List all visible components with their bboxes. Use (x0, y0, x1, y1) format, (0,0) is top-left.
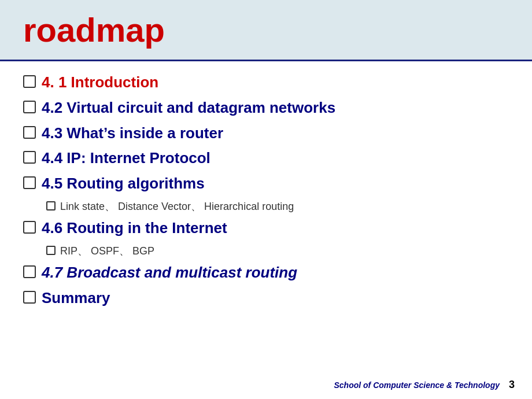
sub-checkbox-icon-5-1 (46, 201, 56, 210)
menu-item-5-text: 4.5 Routing algorithms (42, 174, 205, 194)
checkbox-icon-3 (23, 126, 36, 139)
menu-item-3-text: 4.3 What’s inside a router (42, 124, 223, 143)
header: roadmap (0, 0, 532, 61)
menu-item-4-text: 4.4 IP: Internet Protocol (42, 149, 210, 168)
menu-item-8-text: Summary (42, 289, 110, 308)
checkbox-icon-1 (23, 75, 36, 88)
checkbox-icon-8 (23, 291, 36, 304)
menu-item-1-text: 4. 1 Introduction (42, 73, 158, 93)
checkbox-icon-5 (23, 176, 36, 189)
sub-item-6-1: RIP、 OSPF、 BGP (46, 244, 509, 258)
sub-item-5-1: Link state、 Distance Vector、 Hierarchica… (46, 200, 509, 214)
menu-item-7-text: 4.7 Broadcast and multicast routing (42, 263, 297, 283)
checkbox-icon-6 (23, 221, 36, 234)
checkbox-icon-4 (23, 151, 36, 164)
menu-item-4: 4.4 IP: Internet Protocol (23, 149, 509, 168)
sub-item-6-1-text: RIP、 OSPF、 BGP (60, 244, 154, 258)
menu-item-7: 4.7 Broadcast and multicast routing (23, 263, 509, 283)
menu-item-8: Summary (23, 289, 509, 308)
menu-item-6-text: 4.6 Routing in the Internet (42, 219, 227, 238)
footer: School of Computer Science & Technology … (334, 379, 515, 391)
checkbox-icon-2 (23, 101, 36, 113)
menu-item-3: 4.3 What’s inside a router (23, 124, 509, 143)
sub-item-5-1-text: Link state、 Distance Vector、 Hierarchica… (60, 200, 294, 214)
page-number: 3 (509, 379, 515, 391)
menu-item-2: 4.2 Virtual circuit and datagram network… (23, 98, 509, 118)
sub-checkbox-icon-6-1 (46, 246, 56, 255)
content: 4. 1 Introduction 4.2 Virtual circuit an… (0, 61, 532, 320)
menu-item-1: 4. 1 Introduction (23, 73, 509, 93)
page-title: roadmap (23, 11, 165, 49)
menu-item-2-text: 4.2 Virtual circuit and datagram network… (42, 98, 335, 118)
institution-label: School of Computer Science & Technology (334, 380, 500, 390)
menu-item-6: 4.6 Routing in the Internet (23, 219, 509, 238)
checkbox-icon-7 (23, 265, 36, 278)
menu-item-5: 4.5 Routing algorithms (23, 174, 509, 194)
